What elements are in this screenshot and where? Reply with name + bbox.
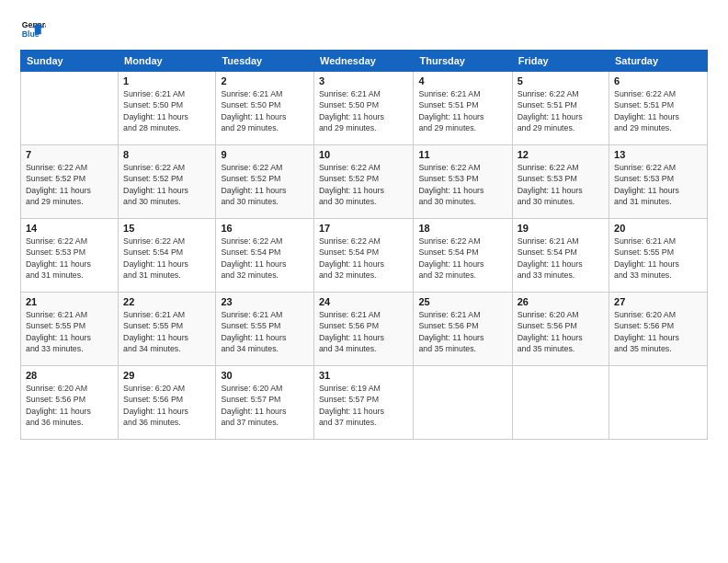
calendar-cell: 17Sunrise: 6:22 AM Sunset: 5:54 PM Dayli… xyxy=(313,219,414,293)
weekday-header: Saturday xyxy=(609,51,708,72)
day-number: 14 xyxy=(26,223,113,234)
calendar-cell: 14Sunrise: 6:22 AM Sunset: 5:53 PM Dayli… xyxy=(21,219,119,293)
day-number: 18 xyxy=(418,223,506,234)
calendar-table: SundayMondayTuesdayWednesdayThursdayFrid… xyxy=(20,50,708,440)
logo: General Blue xyxy=(20,17,46,42)
calendar-cell: 25Sunrise: 6:21 AM Sunset: 5:56 PM Dayli… xyxy=(414,293,512,366)
day-info: Sunrise: 6:20 AM Sunset: 5:56 PM Dayligh… xyxy=(26,383,113,428)
calendar-cell: 31Sunrise: 6:19 AM Sunset: 5:57 PM Dayli… xyxy=(313,366,414,440)
calendar-cell: 10Sunrise: 6:22 AM Sunset: 5:52 PM Dayli… xyxy=(313,145,414,219)
day-number: 31 xyxy=(319,370,409,381)
calendar-cell xyxy=(414,366,512,440)
calendar-cell: 20Sunrise: 6:21 AM Sunset: 5:55 PM Dayli… xyxy=(609,219,708,293)
calendar-cell xyxy=(512,366,609,440)
day-number: 2 xyxy=(221,75,309,86)
day-info: Sunrise: 6:21 AM Sunset: 5:56 PM Dayligh… xyxy=(418,309,506,354)
day-info: Sunrise: 6:21 AM Sunset: 5:55 PM Dayligh… xyxy=(123,309,210,354)
day-number: 29 xyxy=(123,370,210,381)
calendar-cell: 22Sunrise: 6:21 AM Sunset: 5:55 PM Dayli… xyxy=(119,293,216,366)
day-number: 9 xyxy=(221,149,309,160)
day-number: 10 xyxy=(319,149,409,160)
calendar-week-row: 21Sunrise: 6:21 AM Sunset: 5:55 PM Dayli… xyxy=(21,293,708,366)
day-number: 26 xyxy=(518,296,604,307)
calendar-cell: 7Sunrise: 6:22 AM Sunset: 5:52 PM Daylig… xyxy=(21,145,119,219)
calendar-cell: 26Sunrise: 6:20 AM Sunset: 5:56 PM Dayli… xyxy=(512,293,609,366)
day-number: 8 xyxy=(123,149,210,160)
day-info: Sunrise: 6:22 AM Sunset: 5:52 PM Dayligh… xyxy=(221,162,309,207)
calendar-cell: 19Sunrise: 6:21 AM Sunset: 5:54 PM Dayli… xyxy=(512,219,609,293)
calendar-cell: 6Sunrise: 6:22 AM Sunset: 5:51 PM Daylig… xyxy=(609,72,708,145)
calendar-week-row: 1Sunrise: 6:21 AM Sunset: 5:50 PM Daylig… xyxy=(21,72,708,145)
day-number: 11 xyxy=(418,149,506,160)
calendar-cell: 30Sunrise: 6:20 AM Sunset: 5:57 PM Dayli… xyxy=(216,366,314,440)
header: General Blue xyxy=(20,17,708,42)
calendar-cell: 1Sunrise: 6:21 AM Sunset: 5:50 PM Daylig… xyxy=(119,72,216,145)
day-number: 28 xyxy=(26,370,113,381)
day-number: 30 xyxy=(221,370,309,381)
day-info: Sunrise: 6:21 AM Sunset: 5:55 PM Dayligh… xyxy=(221,309,309,354)
day-number: 19 xyxy=(518,223,604,234)
calendar-week-row: 7Sunrise: 6:22 AM Sunset: 5:52 PM Daylig… xyxy=(21,145,708,219)
day-info: Sunrise: 6:20 AM Sunset: 5:56 PM Dayligh… xyxy=(518,309,604,354)
day-number: 5 xyxy=(518,75,604,86)
day-info: Sunrise: 6:21 AM Sunset: 5:51 PM Dayligh… xyxy=(418,88,506,133)
calendar-cell: 9Sunrise: 6:22 AM Sunset: 5:52 PM Daylig… xyxy=(216,145,314,219)
day-number: 6 xyxy=(614,75,702,86)
day-info: Sunrise: 6:22 AM Sunset: 5:53 PM Dayligh… xyxy=(26,236,113,281)
day-number: 22 xyxy=(123,296,210,307)
calendar-cell xyxy=(609,366,708,440)
calendar-cell: 13Sunrise: 6:22 AM Sunset: 5:53 PM Dayli… xyxy=(609,145,708,219)
day-info: Sunrise: 6:21 AM Sunset: 5:54 PM Dayligh… xyxy=(518,236,604,281)
calendar-week-row: 14Sunrise: 6:22 AM Sunset: 5:53 PM Dayli… xyxy=(21,219,708,293)
weekday-header: Monday xyxy=(119,51,216,72)
calendar-cell: 4Sunrise: 6:21 AM Sunset: 5:51 PM Daylig… xyxy=(414,72,512,145)
svg-text:General: General xyxy=(22,20,46,29)
day-number: 7 xyxy=(26,149,113,160)
calendar-cell: 3Sunrise: 6:21 AM Sunset: 5:50 PM Daylig… xyxy=(313,72,414,145)
day-number: 12 xyxy=(518,149,604,160)
day-number: 15 xyxy=(123,223,210,234)
day-info: Sunrise: 6:22 AM Sunset: 5:54 PM Dayligh… xyxy=(221,236,309,281)
calendar-cell: 27Sunrise: 6:20 AM Sunset: 5:56 PM Dayli… xyxy=(609,293,708,366)
day-number: 4 xyxy=(418,75,506,86)
calendar-cell: 16Sunrise: 6:22 AM Sunset: 5:54 PM Dayli… xyxy=(216,219,314,293)
day-info: Sunrise: 6:21 AM Sunset: 5:55 PM Dayligh… xyxy=(26,309,113,354)
calendar-cell: 21Sunrise: 6:21 AM Sunset: 5:55 PM Dayli… xyxy=(21,293,119,366)
day-info: Sunrise: 6:22 AM Sunset: 5:52 PM Dayligh… xyxy=(319,162,409,207)
weekday-header: Sunday xyxy=(21,51,119,72)
day-info: Sunrise: 6:22 AM Sunset: 5:52 PM Dayligh… xyxy=(26,162,113,207)
calendar-week-row: 28Sunrise: 6:20 AM Sunset: 5:56 PM Dayli… xyxy=(21,366,708,440)
day-number: 20 xyxy=(614,223,702,234)
weekday-header: Friday xyxy=(512,51,609,72)
day-number: 24 xyxy=(319,296,409,307)
day-number: 16 xyxy=(221,223,309,234)
day-info: Sunrise: 6:22 AM Sunset: 5:51 PM Dayligh… xyxy=(614,88,702,133)
day-info: Sunrise: 6:22 AM Sunset: 5:53 PM Dayligh… xyxy=(418,162,506,207)
day-info: Sunrise: 6:21 AM Sunset: 5:50 PM Dayligh… xyxy=(123,88,210,133)
day-number: 13 xyxy=(614,149,702,160)
day-info: Sunrise: 6:22 AM Sunset: 5:53 PM Dayligh… xyxy=(518,162,604,207)
weekday-header: Thursday xyxy=(414,51,512,72)
weekday-header: Wednesday xyxy=(313,51,414,72)
day-info: Sunrise: 6:21 AM Sunset: 5:50 PM Dayligh… xyxy=(221,88,309,133)
day-info: Sunrise: 6:22 AM Sunset: 5:51 PM Dayligh… xyxy=(518,88,604,133)
day-info: Sunrise: 6:20 AM Sunset: 5:57 PM Dayligh… xyxy=(221,383,309,428)
day-number: 23 xyxy=(221,296,309,307)
calendar-cell: 29Sunrise: 6:20 AM Sunset: 5:56 PM Dayli… xyxy=(119,366,216,440)
day-info: Sunrise: 6:21 AM Sunset: 5:55 PM Dayligh… xyxy=(614,236,702,281)
day-number: 27 xyxy=(614,296,702,307)
day-info: Sunrise: 6:20 AM Sunset: 5:56 PM Dayligh… xyxy=(123,383,210,428)
day-number: 3 xyxy=(319,75,409,86)
calendar-cell xyxy=(21,72,119,145)
day-info: Sunrise: 6:22 AM Sunset: 5:54 PM Dayligh… xyxy=(319,236,409,281)
calendar-cell: 28Sunrise: 6:20 AM Sunset: 5:56 PM Dayli… xyxy=(21,366,119,440)
day-info: Sunrise: 6:22 AM Sunset: 5:54 PM Dayligh… xyxy=(123,236,210,281)
day-info: Sunrise: 6:19 AM Sunset: 5:57 PM Dayligh… xyxy=(319,383,409,428)
calendar-cell: 23Sunrise: 6:21 AM Sunset: 5:55 PM Dayli… xyxy=(216,293,314,366)
calendar-cell: 8Sunrise: 6:22 AM Sunset: 5:52 PM Daylig… xyxy=(119,145,216,219)
day-info: Sunrise: 6:22 AM Sunset: 5:52 PM Dayligh… xyxy=(123,162,210,207)
day-info: Sunrise: 6:22 AM Sunset: 5:54 PM Dayligh… xyxy=(418,236,506,281)
day-number: 21 xyxy=(26,296,113,307)
day-number: 1 xyxy=(123,75,210,86)
day-info: Sunrise: 6:21 AM Sunset: 5:50 PM Dayligh… xyxy=(319,88,409,133)
